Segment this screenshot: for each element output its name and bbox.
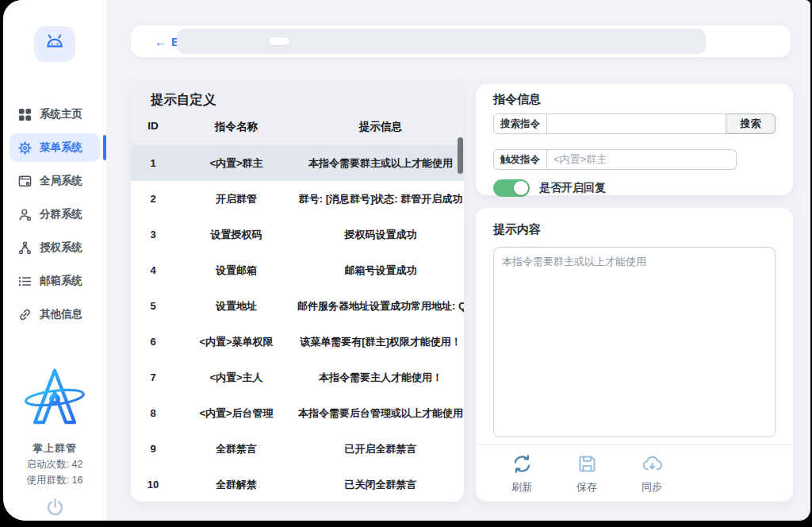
sidebar-menu: 系统主页 菜单系统 全局系统 分群系统 授权系统 邮箱系统 bbox=[3, 100, 106, 333]
search-group: 搜索指令 搜索 bbox=[493, 113, 776, 134]
cell-name: <内置>群主 bbox=[175, 156, 297, 171]
sidebar-item-label: 邮箱系统 bbox=[40, 274, 82, 288]
tab[interactable] bbox=[237, 37, 258, 45]
sidebar-item[interactable]: 邮箱系统 bbox=[10, 267, 100, 295]
sidebar-item[interactable]: 菜单系统 bbox=[10, 133, 100, 162]
cell-info: 该菜单需要有[群主]权限才能使用！ bbox=[297, 335, 464, 349]
cell-name: <内置>后台管理 bbox=[175, 406, 297, 421]
search-command-input[interactable] bbox=[547, 113, 726, 134]
trigger-command-label: 触发指令 bbox=[493, 149, 547, 170]
cell-name: 设置授权码 bbox=[175, 228, 297, 242]
action-label: 保存 bbox=[576, 480, 597, 494]
tab[interactable] bbox=[269, 37, 289, 45]
table-scrollbar-thumb[interactable] bbox=[458, 137, 463, 174]
app-logo-tile bbox=[34, 26, 75, 62]
command-info-title: 指令信息 bbox=[493, 92, 776, 107]
grid-icon bbox=[17, 107, 33, 122]
command-info-card: 指令信息 搜索指令 搜索 触发指令 是否开启回复 bbox=[476, 84, 793, 195]
sidebar-item-label: 分群系统 bbox=[40, 207, 82, 221]
tip-content-textarea[interactable]: 本指令需要群主或以上才能使用 bbox=[493, 247, 776, 437]
col-header-name: 指令名称 bbox=[175, 120, 297, 134]
cell-name: <内置>菜单权限 bbox=[175, 335, 297, 349]
refresh-icon bbox=[511, 453, 533, 477]
android-icon bbox=[43, 31, 67, 58]
cell-info: 本指令需要主人才能使用！ bbox=[297, 371, 464, 385]
action-label: 刷新 bbox=[511, 480, 532, 494]
sidebar-item-label: 系统主页 bbox=[40, 107, 82, 121]
table-row[interactable]: 8 <内置>后台管理 本指令需要后台管理或以上才能使用 bbox=[131, 395, 464, 431]
sidebar-item[interactable]: 授权系统 bbox=[10, 233, 100, 262]
search-button[interactable]: 搜索 bbox=[726, 113, 776, 134]
sidebar-item-label: 授权系统 bbox=[40, 240, 82, 255]
sidebar-item[interactable]: 系统主页 bbox=[10, 100, 100, 129]
cell-id: 2 bbox=[131, 193, 175, 205]
action-button[interactable]: 同步 bbox=[633, 453, 671, 494]
reply-toggle[interactable] bbox=[493, 179, 530, 197]
sidebar-item-label: 菜单系统 bbox=[40, 140, 82, 155]
cell-info: 授权码设置成功 bbox=[297, 228, 464, 242]
table-rows: 1 <内置>群主 本指令需要群主或以上才能使用 2 开启群管 群号: [消息群号… bbox=[131, 145, 464, 502]
brand-name: 掌上群管 bbox=[33, 441, 77, 456]
cell-name: 设置地址 bbox=[175, 299, 297, 314]
cell-name: <内置>主人 bbox=[175, 371, 297, 385]
action-button[interactable]: 刷新 bbox=[503, 453, 541, 494]
tab-bar bbox=[177, 29, 706, 54]
list-icon bbox=[17, 274, 33, 289]
cell-id: 8 bbox=[131, 407, 175, 419]
cell-id: 9 bbox=[131, 443, 175, 455]
table-row[interactable]: 9 全群禁言 已开启全群禁言 bbox=[131, 431, 464, 467]
table-column-headers: ID 指令名称 提示信息 bbox=[131, 120, 464, 134]
cell-info: 已关闭全群禁言 bbox=[297, 478, 464, 492]
app-window: 系统主页 菜单系统 全局系统 分群系统 授权系统 邮箱系统 bbox=[3, 0, 810, 521]
sidebar-item[interactable]: 其他信息 bbox=[10, 300, 100, 329]
cell-name: 全群解禁 bbox=[175, 478, 297, 492]
power-button[interactable] bbox=[44, 497, 66, 521]
table-row[interactable]: 4 设置邮箱 邮箱号设置成功 bbox=[131, 252, 464, 288]
back-arrow-icon: ← bbox=[155, 35, 167, 48]
share-icon bbox=[17, 240, 33, 256]
action-button[interactable]: 保存 bbox=[568, 453, 606, 494]
table-row[interactable]: 1 <内置>群主 本指令需要群主或以上才能使用 bbox=[131, 145, 464, 181]
stat-group-count: 使用群数: 16 bbox=[27, 474, 83, 487]
table-row[interactable]: 5 设置地址 邮件服务器地址设置成功常用地址: QQ邮 bbox=[131, 288, 464, 324]
cell-id: 1 bbox=[131, 157, 175, 169]
gear-icon bbox=[17, 140, 33, 156]
topbar: ← Back bbox=[131, 25, 791, 57]
table-row[interactable]: 10 全群解禁 已关闭全群禁言 bbox=[131, 467, 464, 502]
search-command-label: 搜索指令 bbox=[493, 113, 547, 134]
action-label: 同步 bbox=[642, 480, 662, 494]
trigger-command-input[interactable] bbox=[547, 149, 737, 170]
sync-icon bbox=[642, 453, 663, 477]
save-icon bbox=[576, 453, 598, 477]
tab[interactable] bbox=[301, 37, 321, 45]
cell-id: 5 bbox=[131, 300, 175, 312]
cell-id: 6 bbox=[131, 336, 175, 348]
window-icon bbox=[17, 174, 33, 189]
power-icon bbox=[44, 509, 66, 521]
tip-custom-table-card: 提示自定义 ID 指令名称 提示信息 1 <内置>群主 本指令需要群主或以上才能… bbox=[131, 82, 464, 502]
table-row[interactable]: 7 <内置>主人 本指令需要主人才能使用！ bbox=[131, 360, 464, 395]
brand-logo-icon bbox=[24, 365, 86, 433]
table-title: 提示自定义 bbox=[151, 91, 216, 109]
cell-info: 邮箱号设置成功 bbox=[297, 264, 464, 278]
sidebar-item[interactable]: 全局系统 bbox=[10, 167, 100, 195]
sidebar-item[interactable]: 分群系统 bbox=[10, 200, 100, 229]
cell-info: 群号: [消息群号]状态: 群管开启成功 bbox=[297, 192, 464, 206]
cell-name: 全群禁言 bbox=[175, 442, 297, 456]
link-icon bbox=[17, 307, 33, 322]
cell-info: 本指令需要群主或以上才能使用 bbox=[297, 156, 464, 171]
user-icon bbox=[17, 207, 33, 222]
table-row[interactable]: 3 设置授权码 授权码设置成功 bbox=[131, 217, 464, 252]
col-header-id: ID bbox=[131, 120, 175, 134]
trigger-group: 触发指令 bbox=[493, 149, 737, 170]
cell-info: 邮件服务器地址设置成功常用地址: QQ邮 bbox=[297, 299, 464, 314]
table-row[interactable]: 2 开启群管 群号: [消息群号]状态: 群管开启成功 bbox=[131, 181, 464, 217]
tip-content-title: 提示内容 bbox=[493, 222, 776, 237]
action-bar: 刷新 保存 同步 bbox=[476, 444, 793, 502]
reply-toggle-row: 是否开启回复 bbox=[493, 179, 776, 197]
sidebar-item-label: 其他信息 bbox=[40, 307, 82, 321]
col-header-info: 提示信息 bbox=[297, 120, 464, 134]
cell-id: 7 bbox=[131, 371, 175, 383]
table-row[interactable]: 6 <内置>菜单权限 该菜单需要有[群主]权限才能使用！ bbox=[131, 324, 464, 360]
tab[interactable] bbox=[205, 37, 226, 45]
